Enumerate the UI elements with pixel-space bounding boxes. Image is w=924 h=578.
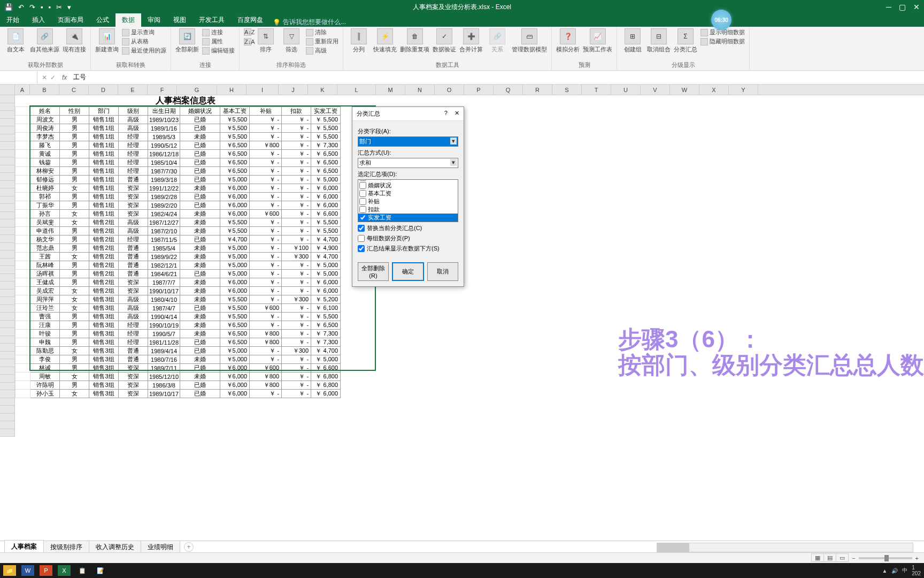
column-header[interactable]: G xyxy=(177,85,217,95)
listbox-item[interactable]: 基本工资 xyxy=(358,189,458,197)
table-row[interactable]: 郁修远男销售1组普通1989/3/18已婚￥5,000￥ -￥ -￥ 5,000 xyxy=(16,176,341,184)
tray-icon[interactable]: ▲ xyxy=(882,568,887,574)
column-header[interactable]: B xyxy=(30,85,59,95)
table-row[interactable]: 汪康男销售3组经理1990/10/19未婚￥6,500￥ -￥ -￥ 6,500 xyxy=(16,321,341,330)
btn-edit-links[interactable]: 编辑链接 xyxy=(202,47,235,55)
row-header[interactable] xyxy=(0,204,15,212)
row-header[interactable] xyxy=(0,235,15,243)
column-header[interactable]: A xyxy=(15,85,30,95)
row-header[interactable] xyxy=(0,282,15,290)
column-header-cell[interactable]: 婚姻状况 xyxy=(180,107,220,116)
column-header-cell[interactable]: 实发工资 xyxy=(311,107,341,116)
tab-developer[interactable]: 开发工具 xyxy=(192,13,231,27)
minimize-icon[interactable]: ─ xyxy=(886,3,891,11)
row-header[interactable] xyxy=(0,134,15,142)
tab-baidu[interactable]: 百度网盘 xyxy=(231,13,270,27)
row-header[interactable] xyxy=(0,227,15,235)
tab-view[interactable]: 视图 xyxy=(167,13,192,27)
table-row[interactable]: 孙言女销售1组资深1982/4/24未婚￥6,000￥600￥ -￥ 6,600 xyxy=(16,210,341,218)
btn-advanced[interactable]: 高级 xyxy=(306,47,338,55)
table-row[interactable]: 周俊涛男销售1组高级1989/1/16已婚￥5,500￥ -￥ -￥ 5,500 xyxy=(16,124,341,133)
row-header[interactable] xyxy=(0,258,15,267)
table-row[interactable]: 郭祁男销售1组资深1989/2/28已婚￥6,000￥ -￥ -￥ 6,000 xyxy=(16,193,341,201)
row-header[interactable] xyxy=(0,313,15,321)
row-header[interactable] xyxy=(0,188,15,196)
table-row[interactable]: 周敏女销售3组资深1985/12/10未婚￥6,000￥800￥ -￥ 6,80… xyxy=(16,372,341,381)
table-row[interactable]: 滕飞男销售1组经理1990/5/12已婚￥6,500￥800￥ -￥ 7,300 xyxy=(16,141,341,150)
view-buttons[interactable]: ▦▤▭ xyxy=(812,554,849,561)
column-header[interactable]: F xyxy=(148,85,177,95)
add-sheet-button[interactable]: + xyxy=(184,542,194,552)
table-row[interactable]: 申魏男销售3组经理1981/11/28已婚￥6,500￥800￥ -￥ 7,30… xyxy=(16,338,341,347)
row-header[interactable] xyxy=(0,243,15,251)
btn-existing-conn[interactable]: 🔌现有连接 xyxy=(63,28,86,54)
redo-icon[interactable]: ↷ xyxy=(29,3,35,11)
row-header[interactable] xyxy=(0,250,15,258)
formula-input[interactable]: 工号 xyxy=(69,73,924,82)
row-header[interactable] xyxy=(0,297,15,305)
row-header[interactable] xyxy=(0,429,15,437)
btn-connections[interactable]: 连接 xyxy=(202,28,235,36)
table-row[interactable]: 王茜女销售2组普通1989/9/22未婚￥5,000￥ -￥300￥ 4,700 xyxy=(16,253,341,261)
qat-icon[interactable]: ▪ xyxy=(49,3,51,11)
row-header[interactable] xyxy=(0,212,15,220)
row-header[interactable] xyxy=(0,95,15,103)
table-row[interactable]: 林诚男销售3组资深1989/7/11已婚￥6,000￥600￥ -￥ 6,600 xyxy=(16,364,341,372)
btn-consolidate[interactable]: ➕合并计算 xyxy=(459,28,483,54)
table-row[interactable]: 林柳安男销售1组经理1987/7/30已婚￥6,500￥ -￥ -￥ 6,500 xyxy=(16,167,341,176)
listbox-item[interactable]: 实发工资 xyxy=(358,214,458,222)
column-header[interactable]: P xyxy=(464,85,494,95)
btn-relationships[interactable]: 🔗关系 xyxy=(486,28,509,54)
row-header[interactable] xyxy=(0,126,15,134)
tab-layout[interactable]: 页面布局 xyxy=(51,13,90,27)
close-icon[interactable]: ✕ xyxy=(455,110,459,116)
btn-whatif[interactable]: ❓模拟分析 xyxy=(556,28,580,54)
column-header[interactable]: K xyxy=(308,85,337,95)
column-header-cell[interactable]: 出生日期 xyxy=(148,107,180,116)
column-header[interactable]: T xyxy=(582,85,611,95)
row-header[interactable] xyxy=(0,142,15,150)
row-header[interactable] xyxy=(0,157,15,165)
row-header[interactable] xyxy=(0,196,15,204)
table-row[interactable]: 吴成宏女销售2组资深1990/10/17未婚￥6,000￥ -￥ -￥ 6,00… xyxy=(16,287,341,295)
btn-refresh-all[interactable]: 🔄全部刷新 xyxy=(175,28,199,54)
column-header[interactable]: O xyxy=(435,85,464,95)
row-header[interactable] xyxy=(0,103,15,111)
listbox-item[interactable]: 补贴 xyxy=(358,197,458,206)
btn-ungroup[interactable]: ⊟取消组合 xyxy=(647,28,671,54)
row-header[interactable] xyxy=(0,305,15,313)
sheet-tab[interactable]: 人事档案 xyxy=(4,540,44,554)
select-all-corner[interactable] xyxy=(0,85,15,95)
table-row[interactable]: 杜晓婷女销售1组资深1991/12/22未婚￥6,000￥ -￥ -￥ 6,00… xyxy=(16,184,341,193)
sheet-tab[interactable]: 按级别排序 xyxy=(43,541,89,553)
btn-new-query[interactable]: 📊新建查询 xyxy=(95,28,119,54)
sheet-tab[interactable]: 业绩明细 xyxy=(141,541,180,553)
field-combo[interactable]: 部门▾ xyxy=(358,136,458,147)
cut-icon[interactable]: ✂ xyxy=(56,3,62,11)
row-header[interactable] xyxy=(0,328,15,336)
row-header[interactable] xyxy=(0,367,15,375)
table-row[interactable]: 申道伟男销售2组高级1987/2/10未婚￥5,500￥ -￥ -￥ 5,500 xyxy=(16,227,341,235)
row-header[interactable] xyxy=(0,421,15,429)
fx-icon[interactable]: fx xyxy=(60,74,69,81)
row-header[interactable] xyxy=(0,390,15,398)
row-header[interactable] xyxy=(0,274,15,282)
btn-from-text[interactable]: 📄自文本 xyxy=(4,28,27,54)
tab-formulas[interactable]: 公式 xyxy=(90,13,116,27)
btn-flash-fill[interactable]: ⚡快速填充 xyxy=(373,28,397,54)
row-header[interactable] xyxy=(0,344,15,352)
row-header[interactable] xyxy=(0,336,15,344)
tab-data[interactable]: 数据 xyxy=(116,13,141,27)
column-header[interactable]: U xyxy=(611,85,641,95)
remove-all-button[interactable]: 全部删除(R) xyxy=(358,262,389,281)
app-icon[interactable]: 📝 xyxy=(94,565,107,576)
app-icon[interactable]: 📋 xyxy=(76,565,89,576)
row-header[interactable] xyxy=(0,383,15,391)
row-header[interactable] xyxy=(0,414,15,422)
btn-reapply[interactable]: 重新应用 xyxy=(306,37,338,45)
column-header-cell[interactable]: 级别 xyxy=(119,107,148,116)
btn-filter[interactable]: ▽筛选 xyxy=(280,28,303,54)
table-row[interactable]: 阮林峰男销售2组普通1982/12/1未婚￥5,000￥ -￥ -￥ 5,000 xyxy=(16,261,341,270)
row-header[interactable] xyxy=(0,150,15,158)
btn-forecast-sheet[interactable]: 📈预测工作表 xyxy=(583,28,612,54)
